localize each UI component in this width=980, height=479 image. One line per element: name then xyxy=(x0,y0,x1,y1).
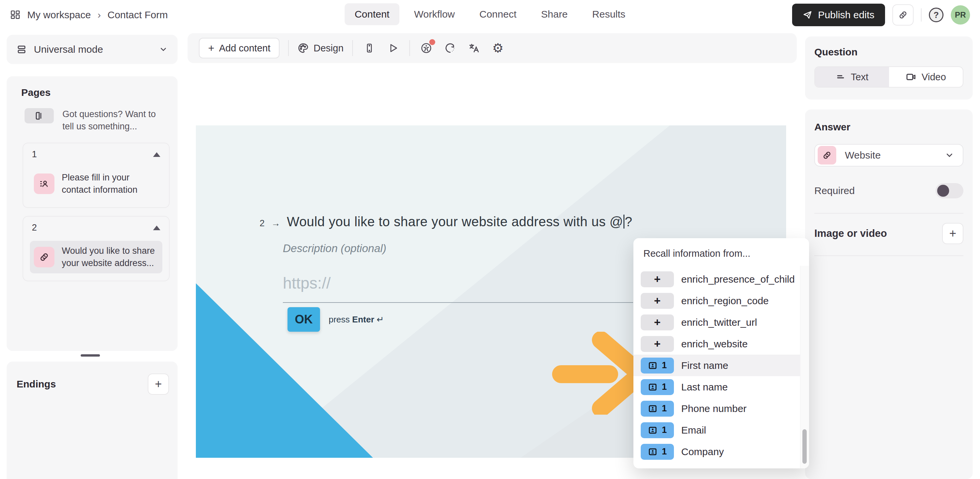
answer-settings-title: Answer xyxy=(815,121,963,133)
history-icon xyxy=(444,43,456,54)
breadcrumb-workspace[interactable]: My workspace xyxy=(27,9,91,21)
field-badge: + xyxy=(641,271,674,287)
link-icon xyxy=(822,150,832,160)
translate-button[interactable] xyxy=(466,40,482,56)
press-enter-hint: press Enter ↵ xyxy=(329,314,384,325)
recall-item-first-name[interactable]: 1 First name xyxy=(633,355,800,376)
field-badge: + xyxy=(641,314,674,330)
workspace-grid-icon[interactable] xyxy=(10,10,21,20)
contact-card-icon xyxy=(648,360,658,371)
group-2-number: 2 xyxy=(32,222,37,233)
add-content-button[interactable]: + Add content xyxy=(199,38,280,59)
notification-dot xyxy=(429,39,435,45)
question-item-website[interactable]: Would you like to share your website add… xyxy=(30,241,162,273)
description-placeholder[interactable]: Description (optional) xyxy=(283,242,387,255)
image-or-video-row: Image or video + xyxy=(815,223,963,244)
top-bar: My workspace › Contact Form Content Work… xyxy=(0,0,980,30)
scrollbar-thumb[interactable] xyxy=(802,429,807,464)
phone-icon xyxy=(364,43,374,53)
recall-item[interactable]: + enrich_region_code xyxy=(633,290,800,311)
accessibility-button[interactable] xyxy=(418,40,434,56)
panel-resize-handle[interactable] xyxy=(81,354,100,357)
segment-text[interactable]: Text xyxy=(815,67,889,87)
recall-item[interactable]: 1 Phone number xyxy=(633,398,800,419)
plus-icon: + xyxy=(949,227,956,241)
welcome-screen-icon xyxy=(34,111,44,121)
page-group-1: 1 Please fill in your contact informatio… xyxy=(22,143,170,208)
breadcrumb-separator: › xyxy=(98,9,101,21)
answer-type-value: Website xyxy=(845,150,936,161)
mode-selector[interactable]: Universal mode xyxy=(6,35,178,64)
recall-item-label: enrich_presence_of_child xyxy=(681,274,795,285)
contact-field-badge: 1 xyxy=(641,444,674,460)
contact-card-icon xyxy=(648,425,658,435)
publish-edits-button[interactable]: Publish edits xyxy=(792,4,885,26)
contact-field-badge: 1 xyxy=(641,379,674,395)
mode-label: Universal mode xyxy=(34,44,152,55)
settings-button[interactable]: ⚙ xyxy=(490,40,506,56)
recall-item[interactable]: + enrich_twitter_url xyxy=(633,311,800,333)
group-1-number: 1 xyxy=(32,149,37,160)
toolbar-divider xyxy=(352,40,353,56)
question-heading[interactable]: 2 → Would you like to share your website… xyxy=(259,214,632,229)
contact-card-icon xyxy=(648,382,658,392)
submit-row: OK press Enter ↵ xyxy=(288,307,384,332)
question-settings-title: Question xyxy=(815,46,963,58)
recall-item[interactable]: + enrich_presence_of_child xyxy=(633,268,800,290)
toolbar-divider xyxy=(409,40,410,56)
contact-field-badge: 1 xyxy=(641,422,674,438)
copy-link-button[interactable] xyxy=(892,4,913,25)
breadcrumb-form-title[interactable]: Contact Form xyxy=(108,9,168,21)
divider xyxy=(815,213,963,214)
contact-card-icon xyxy=(39,178,49,189)
toggle-knob xyxy=(937,185,949,197)
arrow-right-icon: → xyxy=(271,218,280,228)
tab-content[interactable]: Content xyxy=(345,3,399,25)
recall-item[interactable]: 1 Last name xyxy=(633,376,800,398)
avatar[interactable]: PR xyxy=(951,5,970,25)
recall-item[interactable]: 1 Company xyxy=(633,441,800,462)
collapse-icon[interactable] xyxy=(153,152,160,157)
ok-button[interactable]: OK xyxy=(288,307,320,332)
text-caret xyxy=(624,215,624,228)
add-ending-button[interactable]: + xyxy=(148,374,169,395)
question-text[interactable]: Would you like to share your website add… xyxy=(287,214,632,229)
segment-video-label: Video xyxy=(921,71,946,82)
welcome-screen-item[interactable]: Got questions? Want to tell us something… xyxy=(25,108,170,133)
dropdown-scrollbar[interactable] xyxy=(800,266,809,468)
design-button[interactable]: Design xyxy=(298,43,343,54)
page-group-2: 2 Would you like to share your website a… xyxy=(22,216,170,281)
mobile-preview-button[interactable] xyxy=(361,40,377,56)
answer-settings-card: Answer Website Required Image or video + xyxy=(805,109,973,479)
palette-icon xyxy=(298,43,309,54)
publish-edits-label: Publish edits xyxy=(818,9,875,21)
segment-video[interactable]: Video xyxy=(889,67,963,87)
collapse-icon[interactable] xyxy=(153,225,160,230)
answer-type-select[interactable]: Website xyxy=(815,144,963,167)
recall-item[interactable]: + enrich_website xyxy=(633,333,800,355)
version-history-button[interactable] xyxy=(442,40,458,56)
tab-connect[interactable]: Connect xyxy=(469,3,527,25)
video-camera-icon xyxy=(906,71,916,82)
recall-item-label: Email xyxy=(681,425,706,436)
main-tabs: Content Workflow Connect Share Results xyxy=(345,3,635,25)
chevron-down-icon xyxy=(945,151,954,160)
question-item-contact[interactable]: Please fill in your contact information xyxy=(30,168,162,200)
website-input[interactable]: https:// xyxy=(283,274,633,303)
website-type-badge xyxy=(818,146,836,165)
preview-play-button[interactable] xyxy=(385,40,401,56)
add-image-button[interactable]: + xyxy=(942,223,963,244)
group-2-header: 2 xyxy=(30,222,162,233)
group-1-header: 1 xyxy=(30,149,162,160)
required-toggle[interactable] xyxy=(935,183,963,198)
recall-item-label: enrich_website xyxy=(681,338,748,350)
tab-workflow[interactable]: Workflow xyxy=(404,3,465,25)
recall-item-label: enrich_region_code xyxy=(681,295,769,306)
tab-share[interactable]: Share xyxy=(531,3,578,25)
help-button[interactable]: ? xyxy=(929,8,943,22)
recall-item[interactable]: 1 Email xyxy=(633,419,800,441)
enter-icon: ↵ xyxy=(377,314,384,324)
field-badge: + xyxy=(641,293,674,309)
tab-results[interactable]: Results xyxy=(582,3,635,25)
link-icon xyxy=(39,252,49,262)
